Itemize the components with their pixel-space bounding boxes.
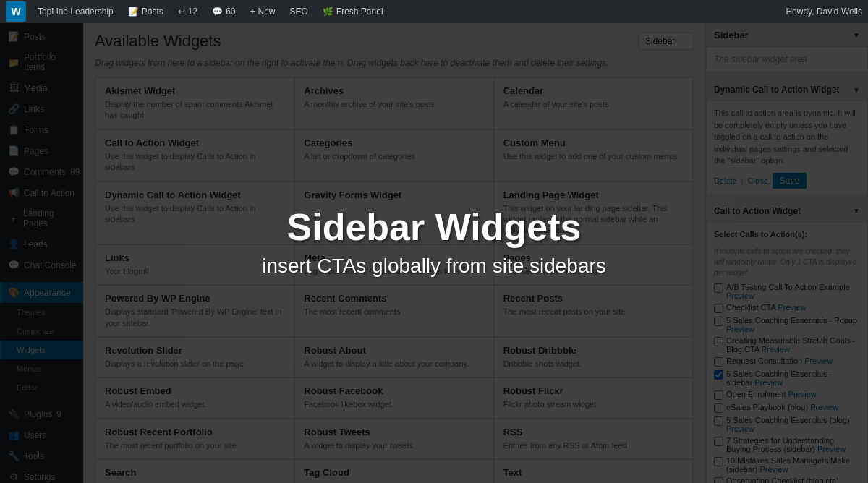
- adminbar-chat[interactable]: 💬 60: [206, 4, 241, 20]
- overlay-subtitle: insert CTAs globally from site sidebars: [262, 255, 606, 278]
- adminbar-new[interactable]: + New: [244, 4, 281, 20]
- admin-bar: W TopLine Leadership 📝 Posts ↩ 12 💬 60 +…: [0, 0, 868, 23]
- wp-logo[interactable]: W: [6, 1, 26, 22]
- posts-icon: 📝: [128, 7, 139, 17]
- adminbar-seo[interactable]: SEO: [284, 4, 314, 20]
- new-icon: +: [250, 7, 255, 17]
- overlay-title: Sidebar Widgets: [287, 205, 582, 249]
- adminbar-posts[interactable]: 📝 Posts: [122, 4, 169, 20]
- adminbar-items: TopLine Leadership 📝 Posts ↩ 12 💬 60 + N…: [32, 4, 786, 20]
- seo-label: SEO: [290, 7, 308, 17]
- new-label: New: [258, 7, 276, 17]
- posts-label: Posts: [142, 7, 163, 17]
- chat-icon: 💬: [212, 7, 223, 17]
- fresh-panel-label: Fresh Panel: [336, 7, 383, 17]
- comment-icon: ↩: [178, 7, 185, 17]
- user-greeting: Howdy, David Wells: [786, 7, 862, 17]
- chat-count: 60: [226, 7, 235, 17]
- overlay: Sidebar Widgets insert CTAs globally fro…: [0, 0, 868, 483]
- fresh-panel-icon: 🌿: [323, 7, 333, 17]
- comment-count: 12: [188, 7, 197, 17]
- adminbar-comments-count[interactable]: ↩ 12: [172, 4, 203, 20]
- adminbar-fresh-panel[interactable]: 🌿 Fresh Panel: [317, 4, 389, 20]
- site-name: TopLine Leadership: [38, 7, 114, 17]
- adminbar-site[interactable]: TopLine Leadership: [32, 4, 119, 20]
